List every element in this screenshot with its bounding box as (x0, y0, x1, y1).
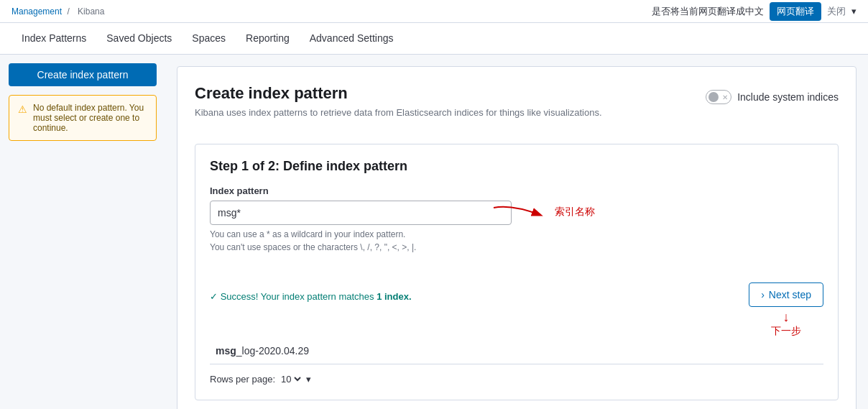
header-right: ✕ Include system indices (706, 90, 839, 104)
success-area: ✓ Success! Your index pattern matches 1 … (210, 282, 412, 309)
step-title: Step 1 of 2: Define index pattern (210, 159, 823, 174)
annotation-label: 索引名称 (555, 206, 595, 219)
nav-advanced-settings[interactable]: Advanced Settings (300, 24, 404, 54)
header-left: Create index pattern Kibana uses index p… (195, 84, 602, 132)
header-toggle-row: Create index pattern Kibana uses index p… (195, 84, 839, 132)
page-title: Create index pattern (195, 84, 602, 103)
nav-index-patterns[interactable]: Index Patterns (11, 24, 96, 54)
warning-box: ⚠ No default index pattern. You must sel… (9, 95, 157, 141)
warning-text: No default index pattern. You must selec… (33, 103, 147, 133)
hint-text: You can use a * as a wildcard in your in… (210, 228, 497, 254)
page-subtitle: Kibana uses index patterns to retrieve d… (195, 107, 602, 118)
include-system-indices-toggle[interactable]: ✕ (706, 90, 731, 104)
breadcrumb-separator: / (67, 6, 69, 17)
match-suffix: _log-2020.04.29 (236, 345, 309, 357)
match-result-row: msg_log-2020.04.29 (210, 338, 823, 364)
next-step-annotation: ↓ 下一步 (771, 310, 801, 338)
step-section: Step 1 of 2: Define index pattern Index … (195, 144, 839, 400)
include-system-indices-label: Include system indices (737, 91, 839, 103)
content-panel: Create index pattern Kibana uses index p… (177, 66, 857, 409)
chevron-right-icon: › (761, 289, 765, 300)
nav-bar: Index Patterns Saved Objects Spaces Repo… (0, 23, 868, 55)
index-pattern-input[interactable] (210, 201, 512, 225)
breadcrumb-management[interactable]: Management (11, 6, 62, 17)
next-step-button[interactable]: › Next step (749, 282, 823, 307)
field-label: Index pattern (210, 185, 823, 196)
close-button[interactable]: 关闭 (827, 5, 846, 18)
content-area: Create index pattern Kibana uses index p… (165, 55, 868, 409)
success-prefix: Success! (221, 291, 261, 302)
next-step-area: › Next step ↓ 下一步 (749, 282, 823, 338)
rows-per-page: Rows per page: 10 25 50 ▾ (210, 373, 823, 385)
warning-icon: ⚠ (18, 104, 27, 133)
top-bar: Management / Kibana 是否将当前网页翻译成中文 网页翻译 关闭… (0, 0, 868, 23)
annotation-arrow: 索引名称 (490, 201, 595, 224)
chevron-down-rows-icon: ▾ (306, 374, 311, 385)
toggle-off-icon: ✕ (722, 93, 728, 101)
success-next-row: ✓ Success! Your index pattern matches 1 … (210, 282, 823, 338)
nav-spaces[interactable]: Spaces (182, 24, 236, 54)
rows-per-page-select[interactable]: 10 25 50 (278, 373, 303, 385)
translate-prompt: 是否将当前网页翻译成中文 (652, 5, 764, 18)
translate-bar: 是否将当前网页翻译成中文 网页翻译 关闭 ▾ (652, 2, 857, 21)
breadcrumb-kibana: Kibana (78, 6, 104, 17)
translate-button[interactable]: 网页翻译 (770, 2, 821, 21)
nav-reporting[interactable]: Reporting (236, 24, 300, 54)
success-text: ✓ Success! Your index pattern matches 1 … (210, 291, 412, 302)
create-index-pattern-button[interactable]: Create index pattern (9, 63, 157, 86)
annotation-container: You can use a * as a wildcard in your in… (210, 228, 823, 254)
match-prefix: msg (216, 345, 236, 357)
down-arrow-icon: ↓ (783, 310, 790, 325)
sidebar: Create index pattern ⚠ No default index … (0, 55, 165, 409)
breadcrumb: Management / Kibana (11, 6, 107, 17)
next-annotation-label: 下一步 (771, 325, 801, 338)
toggle-knob (708, 92, 719, 102)
check-icon: ✓ (210, 291, 218, 302)
next-step-label: Next step (769, 289, 811, 300)
success-bold: 1 index. (377, 291, 411, 302)
main-layout: Create index pattern ⚠ No default index … (0, 55, 868, 409)
rows-per-page-label: Rows per page: (210, 374, 275, 385)
red-arrow-svg (490, 201, 555, 224)
nav-saved-objects[interactable]: Saved Objects (96, 24, 182, 54)
chevron-down-icon: ▾ (851, 6, 857, 17)
success-message: Your index pattern matches (261, 291, 377, 302)
